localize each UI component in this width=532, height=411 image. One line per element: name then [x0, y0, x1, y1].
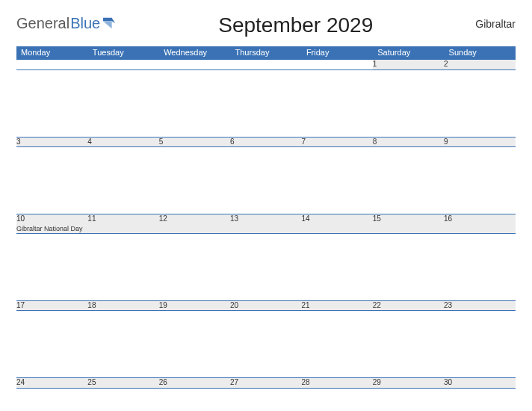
day-number: 30	[444, 378, 452, 386]
day-cell-header: 12	[159, 214, 230, 234]
day-number: 15	[373, 214, 381, 223]
day-number: 3	[16, 137, 21, 146]
day-number: 8	[373, 137, 377, 146]
region-label: Gibraltar	[475, 13, 516, 30]
day-number: 14	[301, 214, 309, 223]
day-cell-body	[230, 147, 301, 214]
day-cell-body	[159, 147, 230, 214]
day-number: 20	[230, 301, 238, 309]
day-number: 2	[444, 60, 448, 68]
day-cell-body	[444, 311, 515, 378]
day-cell-header	[159, 60, 230, 70]
day-cell-header: 30	[444, 378, 515, 389]
day-cell-header: 3	[16, 137, 87, 147]
day-cell-header: 5	[159, 137, 230, 147]
day-cell-body	[16, 233, 87, 300]
day-cell-header: 10Gibraltar National Day	[16, 214, 87, 234]
day-cell-header: 22	[373, 300, 444, 311]
header: General Blue September 2029 Gibraltar	[16, 13, 516, 37]
day-cell-body	[373, 69, 444, 137]
day-cell-header: 11	[87, 214, 158, 234]
week-number-row: 17181920212223	[16, 300, 516, 311]
day-cell-body	[87, 388, 158, 411]
day-cell-header: 28	[301, 378, 372, 389]
day-number: 11	[87, 214, 96, 223]
day-number: 29	[373, 378, 381, 386]
day-cell-body	[87, 147, 158, 214]
day-number: 12	[159, 214, 167, 223]
holiday-label: Gibraltar National Day	[16, 224, 87, 233]
day-number: 13	[230, 214, 238, 223]
day-cell-header: 2	[444, 60, 515, 70]
day-cell-header	[16, 60, 87, 70]
day-cell-body	[16, 311, 87, 378]
day-number: 1	[373, 60, 377, 68]
week-number-row: 10Gibraltar National Day111213141516	[16, 214, 516, 234]
day-cell-body	[87, 233, 158, 300]
day-number: 6	[230, 137, 235, 146]
day-number: 28	[301, 378, 309, 386]
week-number-row: 24252627282930	[16, 378, 516, 389]
day-cell-body	[230, 388, 301, 411]
weekday-header: Saturday	[373, 46, 444, 60]
weekday-header: Tuesday	[87, 46, 158, 60]
day-cell-body	[373, 147, 444, 214]
day-number: 17	[16, 301, 25, 309]
day-number: 27	[230, 378, 238, 386]
week-body-row	[16, 388, 516, 411]
day-cell-header	[87, 60, 158, 70]
day-cell-body	[230, 69, 301, 137]
day-number: 16	[444, 214, 452, 223]
day-cell-body	[16, 69, 87, 137]
day-cell-body	[230, 311, 301, 378]
day-cell-header: 9	[444, 137, 515, 147]
day-cell-body	[444, 147, 515, 214]
day-cell-header: 15	[373, 214, 444, 234]
day-number: 18	[87, 301, 96, 309]
logo-text-blue: Blue	[70, 15, 100, 32]
weekday-header-row: Monday Tuesday Wednesday Thursday Friday…	[16, 46, 516, 60]
day-cell-body	[159, 311, 230, 378]
day-cell-header: 17	[16, 300, 87, 311]
day-number: 4	[87, 137, 92, 146]
day-cell-body	[301, 311, 372, 378]
day-cell-header: 4	[87, 137, 158, 147]
day-cell-header: 25	[87, 378, 158, 389]
day-cell-header: 7	[301, 137, 372, 147]
day-cell-header: 19	[159, 300, 230, 311]
day-cell-header: 8	[373, 137, 444, 147]
day-cell-body	[373, 311, 444, 378]
day-cell-header: 6	[230, 137, 301, 147]
day-number: 19	[159, 301, 167, 309]
day-cell-header: 29	[373, 378, 444, 389]
logo-text-general: General	[16, 15, 69, 32]
logo: General Blue	[16, 13, 116, 32]
day-cell-body	[444, 388, 515, 411]
day-cell-body	[301, 147, 372, 214]
weekday-header: Friday	[301, 46, 372, 60]
day-cell-header: 21	[301, 300, 372, 311]
day-cell-body	[16, 388, 87, 411]
day-cell-body	[230, 233, 301, 300]
day-cell-header	[301, 60, 372, 70]
week-body-row	[16, 69, 516, 137]
day-number: 24	[16, 378, 25, 386]
week-number-row: 12	[16, 60, 516, 70]
weekday-header: Sunday	[444, 46, 515, 60]
day-cell-body	[301, 69, 372, 137]
day-cell-header: 27	[230, 378, 301, 389]
week-number-row: 3456789	[16, 137, 516, 147]
day-number: 9	[444, 137, 448, 146]
calendar-title: September 2029	[218, 13, 373, 37]
day-cell-body	[87, 311, 158, 378]
day-cell-body	[444, 69, 515, 137]
weekday-header: Wednesday	[159, 46, 230, 60]
day-number: 7	[301, 137, 306, 146]
page-corner-icon	[102, 16, 116, 30]
weekday-header: Thursday	[230, 46, 301, 60]
day-cell-body	[301, 233, 372, 300]
day-cell-body	[16, 147, 87, 214]
day-cell-header: 14	[301, 214, 372, 234]
day-cell-body	[444, 233, 515, 300]
day-number: 5	[159, 137, 164, 146]
